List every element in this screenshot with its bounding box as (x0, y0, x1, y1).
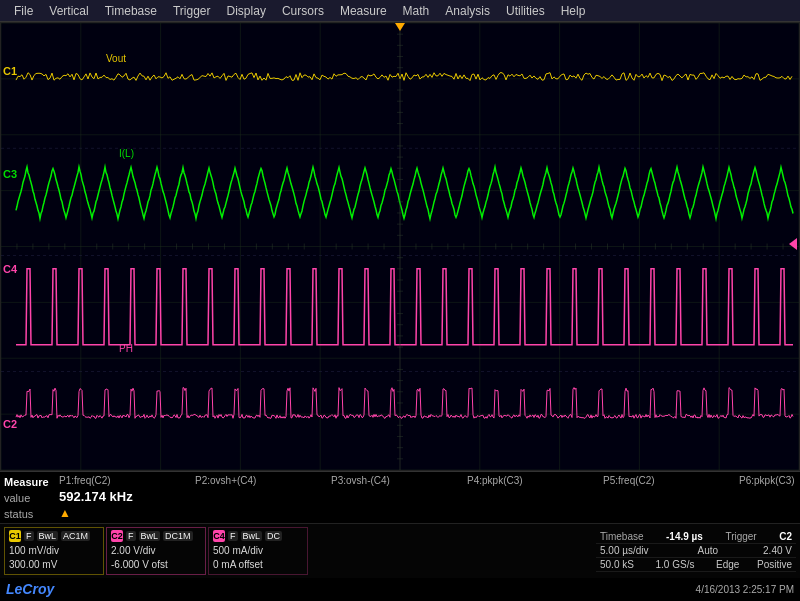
menu-timebase[interactable]: Timebase (97, 3, 165, 19)
p3-measure: P3:ovsh-(C4) (331, 474, 451, 488)
time-div-val: 5.00 µs/div (600, 545, 649, 556)
trigger-type: Edge (716, 559, 739, 570)
sample-row: 50.0 kS 1.0 GS/s Edge Positive (596, 558, 796, 572)
ch4-volt-div: 500 mA/div (213, 544, 303, 558)
timebase-trigger-block: Timebase -14.9 µs Trigger C2 5.00 µs/div… (596, 530, 796, 572)
menu-math[interactable]: Math (395, 3, 438, 19)
trigger-slope: Positive (757, 559, 792, 570)
ch1-volt-div: 100 mV/div (9, 544, 99, 558)
timebase-label: Timebase (600, 531, 644, 542)
trigger-level: 2.40 V (763, 545, 792, 556)
menu-measure[interactable]: Measure (332, 3, 395, 19)
p2-measure: P2:ovsh+(C4) (195, 474, 315, 488)
ch2-label: C2 (3, 418, 17, 430)
menu-analysis[interactable]: Analysis (437, 3, 498, 19)
ch4-offset: 0 mA offset (213, 558, 303, 572)
menu-cursors[interactable]: Cursors (274, 3, 332, 19)
ch1-badge-f: F (24, 531, 34, 541)
waveform-display: C1 C3 C4 C2 Vout I(L) PH (0, 22, 800, 471)
measure-row: Measure value status P1:freq(C2) 592.174… (0, 472, 800, 524)
menu-file[interactable]: File (6, 3, 41, 19)
ch1-badge-ac: AC1M (61, 531, 90, 541)
ch1-badge-bwl: BwL (37, 531, 59, 541)
ch2-badge-bwl: BwL (139, 531, 161, 541)
menu-bar: File Vertical Timebase Trigger Display C… (0, 0, 800, 22)
p6-measure: P6:pkpk(C3) (739, 474, 800, 488)
waveform-svg (1, 23, 799, 470)
p1-measure: P1:freq(C2) 592.174 kHz ▲ (59, 474, 179, 521)
menu-help[interactable]: Help (553, 3, 594, 19)
ch4-badge-bwl: BwL (241, 531, 263, 541)
scope-container: C1 C3 C4 C2 Vout I(L) PH Measure value s… (0, 22, 800, 601)
sample-rate: 1.0 GS/s (656, 559, 695, 570)
ch4-label: C4 (3, 263, 17, 275)
il-label: I(L) (119, 148, 134, 159)
ch1-label: C1 (3, 65, 17, 77)
timebase-row: Timebase -14.9 µs Trigger C2 (596, 530, 796, 544)
ch4-info: C4 F BwL DC 500 mA/div 0 mA offset (208, 527, 308, 575)
ch2-badge-f: F (126, 531, 136, 541)
p4-measure: P4:pkpk(C3) (467, 474, 587, 488)
timescale-row: 5.00 µs/div Auto 2.40 V (596, 544, 796, 558)
ch3-label: C3 (3, 168, 17, 180)
ch2-info: C2 F BwL DC1M 2.00 V/div -6.000 V ofst (106, 527, 206, 575)
ch1-info: C1 F BwL AC1M 100 mV/div 300.00 mV (4, 527, 104, 575)
menu-utilities[interactable]: Utilities (498, 3, 553, 19)
status-bar: Measure value status P1:freq(C2) 592.174… (0, 471, 800, 601)
ch-info-row: C1 F BwL AC1M 100 mV/div 300.00 mV C2 F … (0, 524, 800, 578)
ch2-dot: C2 (111, 530, 123, 542)
trigger-label: Trigger (725, 531, 756, 542)
timebase-delay: -14.9 µs (666, 531, 703, 542)
menu-trigger[interactable]: Trigger (165, 3, 219, 19)
vout-label: Vout (106, 53, 126, 64)
measure-label: Measure value status (4, 474, 59, 522)
ch2-offset: -6.000 V ofst (111, 558, 201, 572)
ch4-badge-dc: DC (265, 531, 282, 541)
trigger-mode: Auto (698, 545, 719, 556)
lecroy-brand: LeCroy (6, 581, 54, 597)
p5-measure: P5:freq(C2) (603, 474, 723, 488)
timestamp: 4/16/2013 2:25:17 PM (696, 584, 794, 595)
ch1-dot: C1 (9, 530, 21, 542)
menu-display[interactable]: Display (219, 3, 274, 19)
ch1-offset: 300.00 mV (9, 558, 99, 572)
trigger-source: C2 (779, 531, 792, 542)
ch4-dot: C4 (213, 530, 225, 542)
ch2-volt-div: 2.00 V/div (111, 544, 201, 558)
sample-count: 50.0 kS (600, 559, 634, 570)
ch4-badge-f: F (228, 531, 238, 541)
ch2-badge-dc: DC1M (163, 531, 193, 541)
ph-label: PH (119, 343, 133, 354)
menu-vertical[interactable]: Vertical (41, 3, 96, 19)
